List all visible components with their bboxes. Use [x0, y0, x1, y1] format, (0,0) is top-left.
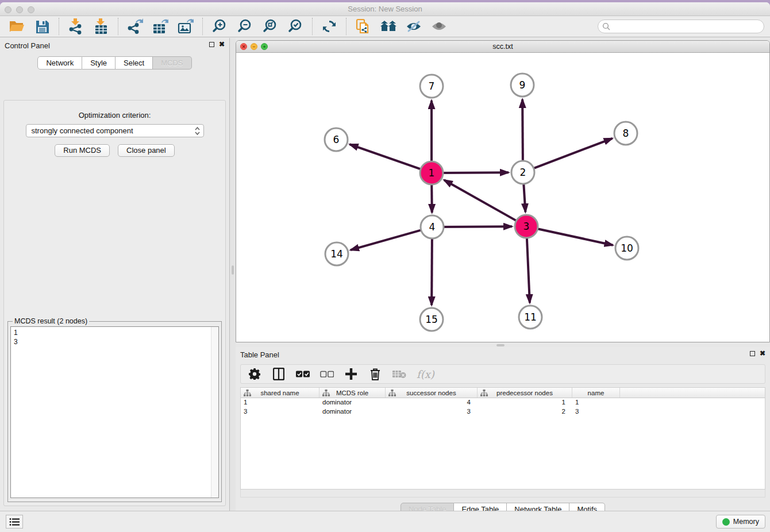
graph-edge-3-11[interactable] [527, 234, 530, 303]
sitemap-icon [322, 390, 330, 398]
column-header-mcds-role[interactable]: MCDS role [319, 388, 386, 398]
graph-edge-3-10[interactable] [534, 228, 613, 245]
vertical-splitter[interactable] [230, 38, 236, 511]
cell-shared-name[interactable]: 3 [241, 407, 319, 417]
settings-gear-icon[interactable] [248, 367, 261, 381]
graph-edge-4-14[interactable] [351, 229, 424, 250]
graph-edge-4-3[interactable] [440, 226, 512, 227]
select-all-icon[interactable] [296, 367, 310, 381]
hide-selected-icon[interactable] [405, 18, 422, 35]
memory-label: Memory [733, 518, 759, 526]
graph-edge-1-6[interactable] [350, 144, 424, 170]
import-table-icon[interactable] [93, 18, 110, 35]
zoom-in-icon[interactable] [211, 18, 228, 35]
network-canvas[interactable]: 7968124314101511 [236, 53, 769, 342]
memory-button[interactable]: Memory [716, 515, 765, 529]
graph-node-label-15: 15 [425, 314, 438, 325]
export-network-icon[interactable] [126, 18, 144, 35]
column-header-shared-name[interactable]: shared name [241, 388, 319, 398]
cell-predecessor-nodes[interactable]: 2 [478, 407, 572, 417]
cell-name[interactable]: 1 [572, 398, 620, 407]
column-header-successor-nodes[interactable]: successor nodes [386, 388, 478, 398]
run-mcds-button[interactable]: Run MCDS [55, 144, 110, 157]
graph-node-label-9: 9 [519, 79, 526, 91]
mcds-result-box[interactable]: 1 3 [10, 326, 219, 498]
graph-edge-1-4[interactable] [432, 181, 432, 213]
cell-successor-nodes[interactable]: 3 [386, 407, 478, 417]
show-columns-icon[interactable] [272, 367, 286, 381]
control-panel-title: Control Panel [5, 41, 50, 50]
network-window-title: scc.txt [236, 41, 769, 51]
chevron-up-down-icon [194, 126, 201, 140]
column-header-predecessor-nodes[interactable]: predecessor nodes [478, 388, 572, 398]
table-panel-title: Table Panel [240, 350, 279, 359]
column-label: successor nodes [406, 390, 456, 396]
export-image-icon[interactable] [177, 18, 194, 35]
zoom-network-button[interactable]: + [261, 43, 268, 50]
table-panel: Table Panel ✖ [236, 347, 770, 514]
show-all-icon[interactable] [430, 18, 448, 35]
table-row[interactable]: 1 dominator 4 1 1 [241, 398, 765, 407]
zoom-fit-icon[interactable] [261, 18, 279, 35]
graph-edge-2-3[interactable] [523, 180, 526, 212]
criterion-dropdown[interactable]: strongly connected component [26, 124, 204, 137]
splitter-handle[interactable] [232, 265, 234, 275]
close-network-button[interactable]: ✕ [240, 43, 247, 50]
import-network-icon[interactable] [67, 18, 84, 35]
sitemap-icon [480, 390, 488, 398]
clone-network-icon[interactable] [355, 18, 372, 35]
table-row[interactable]: 3 dominator 3 2 3 [241, 407, 765, 417]
cell-mcds-role[interactable]: dominator [319, 407, 386, 417]
result-scrollbar[interactable] [211, 327, 218, 498]
graph-edge-4-15[interactable] [432, 235, 432, 305]
deselect-all-icon[interactable] [320, 367, 334, 381]
cell-predecessor-nodes[interactable]: 1 [478, 398, 572, 407]
tab-network[interactable]: Network [37, 56, 82, 70]
save-session-icon[interactable] [33, 18, 51, 35]
zoom-selected-icon[interactable] [287, 18, 304, 35]
close-panel-icon[interactable]: ✖ [219, 41, 225, 47]
column-label: MCDS role [336, 390, 368, 396]
graph-edge-1-2[interactable] [440, 172, 509, 173]
graph-node-label-11: 11 [524, 311, 537, 323]
node-table: shared name MCDS role successor nodes pr… [240, 387, 765, 489]
graph-edge-2-9[interactable] [522, 99, 523, 164]
column-header-name[interactable]: name [572, 388, 620, 398]
close-table-panel-icon[interactable]: ✖ [760, 350, 765, 356]
sitemap-icon [244, 390, 251, 398]
float-table-panel-icon[interactable] [750, 351, 755, 356]
control-panel-tabs: Network Style Select MCDS [0, 56, 229, 70]
export-table-icon[interactable] [152, 18, 169, 35]
first-neighbors-icon[interactable] [380, 18, 397, 35]
add-column-icon[interactable] [344, 367, 358, 381]
splitter-handle[interactable] [496, 344, 505, 346]
search-input[interactable] [598, 20, 764, 33]
refresh-icon[interactable] [321, 18, 338, 35]
table-scrollbar-area[interactable] [240, 489, 765, 498]
column-label: predecessor nodes [496, 390, 553, 396]
float-panel-icon[interactable] [209, 42, 214, 47]
task-history-button[interactable] [6, 515, 23, 529]
graph-edge-3-1[interactable] [444, 180, 519, 222]
delete-column-icon[interactable] [368, 367, 382, 381]
graph-node-label-14: 14 [330, 248, 343, 260]
tab-select[interactable]: Select [116, 56, 153, 70]
tab-mcds[interactable]: MCDS [153, 56, 191, 70]
mcds-result-title: MCDS result (2 nodes) [13, 317, 89, 325]
minimize-network-button[interactable]: − [251, 43, 257, 50]
cell-mcds-role[interactable]: dominator [319, 398, 386, 407]
delete-table-icon[interactable] [392, 367, 406, 381]
close-panel-button[interactable]: Close panel [118, 144, 175, 157]
graph-node-label-6: 6 [333, 134, 340, 145]
network-graph: 7968124314101511 [236, 53, 769, 342]
tab-style[interactable]: Style [82, 56, 116, 70]
cell-shared-name[interactable]: 1 [241, 398, 319, 407]
open-session-icon[interactable] [8, 18, 25, 35]
cell-successor-nodes[interactable]: 4 [386, 398, 478, 407]
table-header-row: shared name MCDS role successor nodes pr… [241, 388, 765, 398]
cell-name[interactable]: 3 [572, 407, 620, 417]
function-builder-icon[interactable]: f(x) [417, 368, 434, 380]
graph-edge-2-8[interactable] [530, 138, 613, 169]
optimization-criterion-label: Optimization criterion: [4, 111, 225, 119]
zoom-out-icon[interactable] [236, 18, 253, 35]
